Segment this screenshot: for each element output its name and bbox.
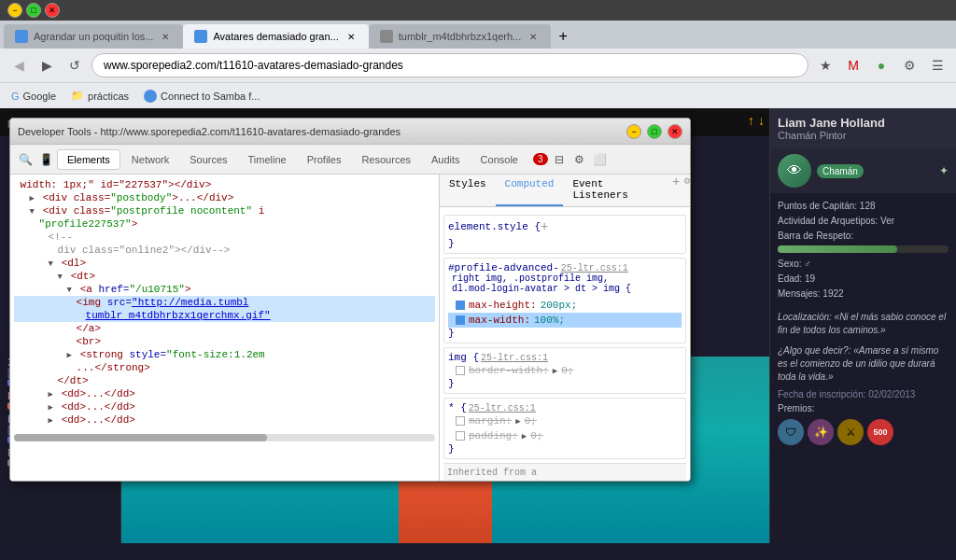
devtools-breakpoints-icon[interactable]: ⊟: [550, 150, 569, 169]
html-scrollbar[interactable]: [14, 434, 435, 441]
html-line-6[interactable]: div class="online2"></div-->: [14, 244, 435, 257]
triangle-19[interactable]: ▶: [49, 416, 53, 426]
devtools-tab-timeline[interactable]: Timeline: [239, 150, 296, 169]
devtools-titlebar[interactable]: Developer Tools - http://www.sporepedia2…: [10, 119, 690, 145]
css-val-max-width[interactable]: 100%;: [534, 315, 565, 326]
html-line-14[interactable]: ▶ <strong style="font-size:1.2em: [14, 348, 435, 361]
html-val-3: "postprofile nocontent": [110, 205, 252, 217]
devtools-tab-sources[interactable]: Sources: [180, 150, 236, 169]
expand-margin[interactable]: ▶: [515, 416, 520, 427]
devtools-tab-audits[interactable]: Audits: [422, 150, 470, 169]
devtools-undock-icon[interactable]: ⬜: [591, 150, 610, 169]
devtools-settings-icon[interactable]: ⚙: [570, 150, 589, 169]
styles-tab-computed[interactable]: Computed: [496, 175, 564, 206]
html-line-3[interactable]: ▼ <div class="postprofile nocontent" i: [14, 204, 435, 217]
down-arrow-icon[interactable]: ↓: [758, 113, 765, 128]
bookmark-star-button[interactable]: ★: [814, 54, 836, 77]
html-line-16[interactable]: </dt>: [14, 374, 435, 387]
html-panel[interactable]: width: 1px;" id="227537"></div> ▶ <div c…: [10, 175, 440, 481]
tab-3[interactable]: tumblr_m4tdbhrbzx1qerh... ✕: [369, 24, 551, 49]
html-line-15[interactable]: ...</strong>: [14, 361, 435, 374]
triangle-18[interactable]: ▶: [49, 403, 53, 413]
browser-chrome: − □ ✕ Agrandar un poquitin los... ✕ Avat…: [0, 0, 956, 108]
close-button[interactable]: ✕: [45, 3, 60, 18]
triangle-2[interactable]: ▶: [30, 194, 35, 203]
devtools-tab-network[interactable]: Network: [122, 150, 178, 169]
html-scrollbar-thumb[interactable]: [14, 434, 267, 441]
triangle-3[interactable]: ▼: [30, 207, 35, 217]
hangouts-icon[interactable]: ●: [870, 54, 893, 77]
gmail-icon[interactable]: M: [842, 54, 865, 77]
add-style-icon[interactable]: +: [672, 175, 680, 206]
sidebar-localizacion: Localización: «Ni el más sabio conoce el…: [770, 307, 956, 341]
menu-button[interactable]: ☰: [926, 54, 949, 77]
html-line-18[interactable]: ▶ <dd>...</dd>: [14, 400, 435, 413]
triangle-9[interactable]: ▼: [67, 286, 72, 295]
html-line-13[interactable]: <br>: [14, 335, 435, 348]
checkbox-max-height[interactable]: [456, 301, 465, 310]
devtools-tab-resources[interactable]: Resources: [352, 150, 420, 169]
triangle-17[interactable]: ▶: [49, 390, 53, 399]
expand-padding[interactable]: ▶: [522, 431, 527, 441]
tab-1[interactable]: Agrandar un poquitin los... ✕: [4, 24, 183, 49]
bookmark-samba[interactable]: Connect to Samba f...: [140, 88, 263, 105]
maximize-button[interactable]: □: [26, 3, 41, 18]
up-arrow-icon[interactable]: ↑: [748, 113, 754, 128]
styles-tab-event-listeners[interactable]: Event Listeners: [563, 175, 668, 206]
html-line-11[interactable]: tumblr m4tdbhrbzx1qerchmx.gif": [14, 309, 435, 322]
expand-border[interactable]: ▶: [553, 366, 557, 376]
tab-favicon-2: [194, 30, 207, 43]
checkbox-max-width[interactable]: [456, 315, 465, 325]
tab-close-3[interactable]: ✕: [527, 31, 540, 43]
html-line-1[interactable]: width: 1px;" id="227537"></div>: [14, 178, 435, 191]
css-source-4[interactable]: 25-ltr.css:1: [469, 403, 536, 413]
checkbox-border[interactable]: [456, 366, 465, 375]
css-add-btn-1[interactable]: +: [541, 219, 548, 234]
triangle-8[interactable]: ▼: [58, 273, 63, 282]
devtools-magnifier-icon[interactable]: 🔍: [16, 150, 35, 169]
tab-favicon-3: [380, 30, 393, 43]
devtools-mobile-icon[interactable]: 📱: [36, 150, 55, 169]
bookmark-practicas[interactable]: 📁 prácticas: [67, 88, 133, 104]
devtools-tab-console[interactable]: Console: [471, 150, 527, 169]
back-button[interactable]: ◀: [7, 54, 30, 77]
html-line-17[interactable]: ▶ <dd>...</dd>: [14, 387, 435, 400]
html-line-8[interactable]: ▼ <dt>: [14, 270, 435, 283]
checkbox-padding[interactable]: [456, 431, 465, 441]
triangle-7[interactable]: ▼: [49, 259, 53, 269]
html-line-19[interactable]: ▶ <dd>...</dd>: [14, 413, 435, 427]
devtools-tab-elements[interactable]: Elements: [57, 149, 120, 170]
html-tag-12: </a>: [77, 323, 101, 334]
tab-close-2[interactable]: ✕: [344, 31, 358, 43]
checkbox-margin[interactable]: [456, 416, 465, 426]
minimize-button[interactable]: −: [7, 3, 22, 18]
html-line-12[interactable]: </a>: [14, 322, 435, 335]
new-tab-button[interactable]: +: [551, 24, 575, 49]
html-line-7[interactable]: ▼ <dl>: [14, 257, 435, 270]
html-line-10[interactable]: <img src="http://media.tumbl: [14, 296, 435, 309]
html-line-9[interactable]: ▼ <a href="/u10715">: [14, 283, 435, 296]
devtools-tab-profiles[interactable]: Profiles: [298, 150, 351, 169]
forward-button[interactable]: ▶: [35, 54, 58, 77]
reload-button[interactable]: ↺: [63, 54, 86, 77]
badge-4: 500: [867, 419, 893, 445]
html-line-5[interactable]: <!--: [14, 231, 435, 244]
triangle-14[interactable]: ▶: [67, 351, 72, 360]
devtools-maximize[interactable]: □: [647, 124, 662, 139]
extensions-icon[interactable]: ⚙: [898, 54, 921, 77]
html-line-4[interactable]: "profile227537">: [14, 217, 435, 231]
tab-2[interactable]: Avatares demasiado gran... ✕: [183, 24, 368, 49]
devtools-minimize[interactable]: −: [626, 124, 641, 139]
tab-close-1[interactable]: ✕: [159, 31, 172, 43]
css-selector-4: * {: [448, 402, 467, 413]
css-val-max-height[interactable]: 200px;: [541, 300, 578, 311]
html-val-4: "profile227537": [39, 218, 132, 230]
css-source-3[interactable]: 25-ltr.css:1: [481, 353, 548, 363]
devtools-close[interactable]: ✕: [668, 124, 682, 139]
html-line-2[interactable]: ▶ <div class="postbody">...</div>: [14, 191, 435, 204]
css-source-2[interactable]: 25-ltr.css:1: [561, 263, 628, 273]
bookmark-google[interactable]: G Google: [7, 89, 60, 104]
css-settings-icon[interactable]: ⚙: [683, 175, 690, 206]
styles-tab-styles[interactable]: Styles: [440, 175, 496, 206]
address-input[interactable]: [91, 53, 808, 77]
